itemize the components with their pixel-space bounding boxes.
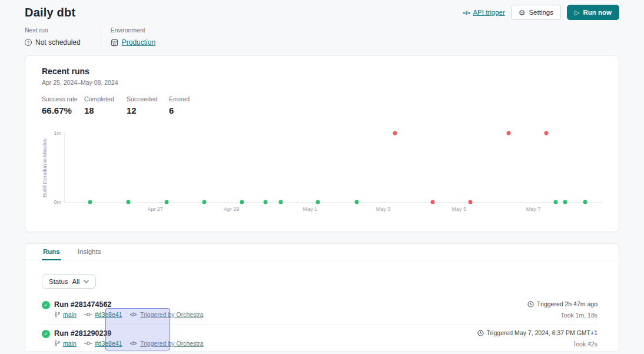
next-run-block: Next run ? Not scheduled xyxy=(25,27,81,47)
triggered-text: Triggered May 7, 2024, 6:37 PM GMT+1 xyxy=(487,329,597,336)
chart-x-axis: Apr 27Apr 29May 1May 3May 5May 7 xyxy=(64,203,602,213)
chart-y-axis-label: Build Duration in Minutes xyxy=(42,133,48,203)
code-icon: </> xyxy=(463,9,470,16)
git-branch-icon xyxy=(54,311,61,318)
triggered-row: Triggered 2h 47m ago xyxy=(527,300,597,307)
run-now-label: Run now xyxy=(583,9,612,16)
commit-item: #d3e8e41 xyxy=(84,311,122,318)
branch-item: main xyxy=(54,340,77,347)
database-icon xyxy=(111,39,118,47)
branch-link[interactable]: main xyxy=(63,340,77,347)
question-circle-icon: ? xyxy=(25,39,32,46)
triggered-text: Triggered 2h 47m ago xyxy=(537,300,597,307)
chart-point[interactable] xyxy=(545,131,549,135)
trigger-source-link: Triggered by Orchestra xyxy=(140,340,204,347)
took-text: Took 42s xyxy=(477,340,597,348)
code-icon: </> xyxy=(130,340,137,346)
environment-link[interactable]: Production xyxy=(122,38,155,47)
branch-link[interactable]: main xyxy=(63,311,77,318)
run-success-icon: ✓ xyxy=(42,330,50,338)
trigger-source-link: Triggered by Orchestra xyxy=(140,311,204,318)
tab-runs[interactable]: Runs xyxy=(42,244,61,260)
page-title: Daily dbt xyxy=(25,6,75,19)
code-icon: </> xyxy=(130,312,137,317)
environment-value-row: Production xyxy=(111,38,155,47)
run-success-icon: ✓ xyxy=(42,301,50,309)
meta-divider xyxy=(101,28,101,50)
settings-label: Settings xyxy=(529,9,553,16)
clock-icon xyxy=(477,330,484,336)
x-tick-label: May 7 xyxy=(526,206,541,212)
triggered-row: Triggered May 7, 2024, 6:37 PM GMT+1 xyxy=(477,329,597,336)
x-tick-label: Apr 29 xyxy=(224,206,240,212)
branch-item: main xyxy=(54,311,77,318)
next-run-value-row: ? Not scheduled xyxy=(25,38,81,47)
tabbar: Runs Insights xyxy=(25,244,619,260)
stat-success-rate: Success rate 66.67% xyxy=(42,95,84,115)
environment-label: Environment xyxy=(111,27,155,34)
run-row-2[interactable]: ✓ Run #281290239 main xyxy=(42,325,597,351)
y-tick-0m: 0m xyxy=(54,199,61,205)
status-filter-value: All xyxy=(72,278,80,285)
api-trigger-label: API trigger xyxy=(473,9,504,16)
stat-completed: Completed 18 xyxy=(84,95,127,115)
commit-link[interactable]: #d3e8e41 xyxy=(95,340,122,347)
next-run-value: Not scheduled xyxy=(35,38,81,47)
settings-button[interactable]: ⚙ Settings xyxy=(511,5,561,20)
run-title: Run #281290239 xyxy=(54,329,204,338)
run-title: Run #281474562 xyxy=(54,300,204,309)
git-branch-icon xyxy=(54,340,61,347)
chevron-down-icon xyxy=(84,280,89,283)
runs-list: ✓ Run #281474562 main xyxy=(25,296,619,351)
stat-succeeded: Succeeded 12 xyxy=(127,95,169,115)
git-commit-icon xyxy=(84,312,92,317)
recent-runs-title: Recent runs xyxy=(42,67,602,76)
page-header: Daily dbt </> API trigger ⚙ Settings ▷ R… xyxy=(0,0,644,21)
filter-row: Status All xyxy=(25,260,619,289)
trigger-source-item[interactable]: </> Triggered by Orchestra xyxy=(130,340,203,347)
run-sub-row: main #d3e8e41 </> Trigger xyxy=(54,340,204,347)
play-icon: ▷ xyxy=(575,9,579,16)
run-row-1[interactable]: ✓ Run #281474562 main xyxy=(42,296,597,325)
build-duration-chart: Build Duration in Minutes 1m 0m Apr 27Ap… xyxy=(42,133,602,213)
stats-row: Success rate 66.67% Completed 18 Succeed… xyxy=(42,95,602,115)
chart-point[interactable] xyxy=(393,131,397,135)
x-tick-label: Apr 27 xyxy=(147,206,163,212)
took-text: Took 1m, 18s xyxy=(527,312,597,319)
api-trigger-link[interactable]: </> API trigger xyxy=(463,9,505,16)
environment-block: Environment Production xyxy=(111,27,155,47)
runs-card: Runs Insights Status All ✓ Run #28147456… xyxy=(25,243,619,351)
x-tick-label: May 3 xyxy=(376,206,391,212)
stat-errored: Errored 6 xyxy=(169,95,211,115)
commit-link[interactable]: #d3e8e41 xyxy=(95,311,122,318)
status-filter-label: Status xyxy=(49,278,68,285)
gear-icon: ⚙ xyxy=(519,9,526,16)
y-tick-1m: 1m xyxy=(54,130,61,136)
x-tick-label: May 5 xyxy=(452,206,467,212)
chart-point[interactable] xyxy=(507,131,511,135)
commit-item: #d3e8e41 xyxy=(84,340,122,347)
run-sub-row: main #d3e8e41 </> Trigger xyxy=(54,311,204,318)
run-now-button[interactable]: ▷ Run now xyxy=(567,5,619,20)
tab-insights[interactable]: Insights xyxy=(77,244,102,260)
trigger-source-item[interactable]: </> Triggered by Orchestra xyxy=(130,311,203,318)
status-filter-dropdown[interactable]: Status All xyxy=(42,274,96,289)
git-commit-icon xyxy=(84,340,92,346)
chart-plot: 1m 0m xyxy=(64,133,602,203)
clock-icon xyxy=(527,301,534,307)
date-range: Apr 25, 2024–May 08, 2024 xyxy=(42,79,602,86)
x-tick-label: May 1 xyxy=(303,206,317,212)
next-run-label: Next run xyxy=(25,27,81,34)
header-actions: </> API trigger ⚙ Settings ▷ Run now xyxy=(463,5,619,20)
job-meta: Next run ? Not scheduled Environment Pro… xyxy=(0,21,644,51)
recent-runs-card: Recent runs Apr 25, 2024–May 08, 2024 Su… xyxy=(25,55,619,232)
